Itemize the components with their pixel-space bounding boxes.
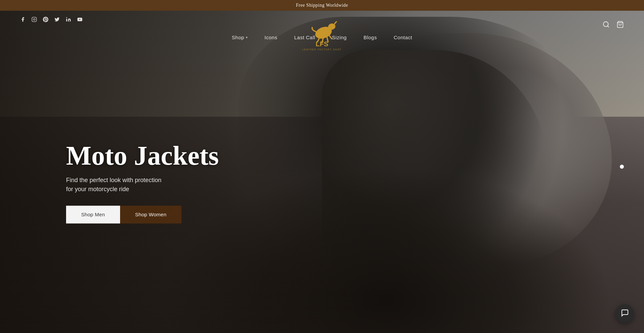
instagram-icon[interactable] [32, 17, 37, 23]
nav-item-icons[interactable]: Icons [265, 35, 277, 40]
svg-point-12 [603, 22, 608, 27]
shop-men-button[interactable]: Shop Men [66, 206, 120, 223]
slider-indicator [620, 165, 624, 169]
hero-content: Moto Jackets Find the perfect look with … [66, 142, 219, 223]
hero-subtitle: Find the perfect look with protection fo… [66, 176, 219, 194]
cart-icon[interactable] [616, 21, 624, 30]
shop-women-button[interactable]: Shop Women [120, 206, 182, 223]
chat-icon [621, 309, 629, 319]
nav-item-contact[interactable]: Contact [394, 35, 412, 40]
hero-title: Moto Jackets [66, 142, 219, 169]
nav-item-shop[interactable]: Shop ▾ [232, 35, 248, 40]
slider-dot-1[interactable] [620, 165, 624, 169]
chat-bubble[interactable] [615, 304, 634, 323]
nav-item-sizing[interactable]: Sizing [332, 35, 347, 40]
pinterest-icon[interactable] [43, 17, 48, 23]
svg-point-2 [66, 17, 67, 18]
chevron-down-icon: ▾ [246, 36, 248, 39]
facebook-icon[interactable] [20, 17, 25, 23]
linkedin-icon[interactable] [66, 17, 71, 23]
twitter-icon[interactable] [54, 17, 60, 23]
header-actions [602, 21, 624, 30]
svg-rect-0 [32, 17, 36, 21]
hero-cta-buttons: Shop Men Shop Women [66, 206, 219, 223]
svg-line-13 [607, 26, 609, 27]
nav-item-blogs[interactable]: Blogs [364, 35, 377, 40]
search-icon[interactable] [602, 21, 610, 30]
nav-item-last-call[interactable]: Last Call [294, 35, 315, 40]
main-nav: Shop ▾ Icons Last Call Sizing Blogs Cont… [0, 30, 644, 44]
social-header-row: LFS LEATHER FACTORY SHOP [0, 11, 644, 30]
svg-text:LEATHER FACTORY SHOP: LEATHER FACTORY SHOP [303, 48, 341, 51]
youtube-icon[interactable] [77, 17, 83, 23]
announcement-bar: Free Shipping Worldwide [0, 0, 644, 11]
announcement-text: Free Shipping Worldwide [296, 3, 348, 8]
social-icons-group [20, 17, 83, 23]
